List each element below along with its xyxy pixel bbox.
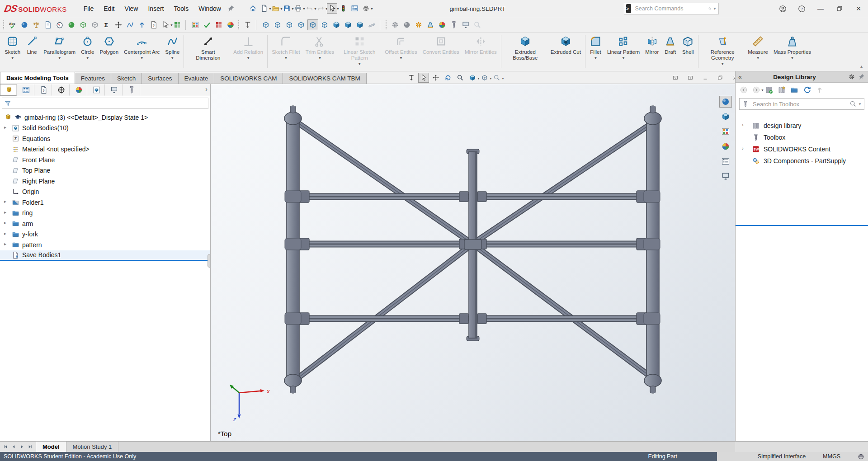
expand-arrow-icon[interactable]: ▸: [4, 210, 6, 215]
custom-properties-tab-icon[interactable]: [719, 155, 732, 167]
save-icon[interactable]: ▼: [282, 3, 292, 14]
toolbox-search-input[interactable]: [752, 100, 849, 108]
open-icon[interactable]: ▼: [270, 3, 281, 14]
pointer-verify-icon[interactable]: ▼: [160, 19, 171, 30]
dropdown-icon[interactable]: ▼: [721, 62, 724, 66]
polygon-button[interactable]: Polygon: [97, 33, 122, 71]
pin-panel-icon[interactable]: [858, 73, 865, 80]
dock-right-icon[interactable]: [686, 74, 695, 82]
cam-simulate-icon[interactable]: [460, 19, 471, 30]
convert-entities-button[interactable]: Convert Entities: [420, 33, 462, 71]
drill-manager-tab-icon[interactable]: [123, 84, 140, 96]
tab-solidworks-cam[interactable]: SOLIDWORKS CAM: [214, 73, 283, 84]
spline-button[interactable]: Spline▼: [162, 33, 182, 71]
minimize-button[interactable]: —: [811, 0, 830, 17]
view-right-icon[interactable]: [296, 19, 307, 30]
panel-resize-divider[interactable]: [736, 225, 868, 226]
restore-document-icon[interactable]: [716, 74, 725, 82]
tree-item-arm[interactable]: ▸ arm: [0, 218, 210, 229]
select-arrow-icon[interactable]: [418, 73, 429, 83]
cam-featuremanager-tab-icon[interactable]: [88, 84, 105, 96]
scroll-last-icon[interactable]: [26, 443, 34, 451]
draft-button[interactable]: Draft: [661, 33, 679, 71]
print-icon[interactable]: ▼: [293, 3, 303, 14]
gimbal-ring-model[interactable]: [211, 84, 735, 441]
account-button[interactable]: [773, 0, 792, 17]
display-style-icon[interactable]: ▼: [479, 73, 490, 83]
preview-sphere-icon[interactable]: [19, 19, 30, 30]
dropdown-icon[interactable]: ▼: [622, 56, 625, 60]
compare-squares-icon[interactable]: [213, 19, 224, 30]
filter-funnel-icon[interactable]: [4, 100, 11, 107]
display-pane-tab-icon[interactable]: [719, 170, 732, 182]
view-trimetric-icon[interactable]: [354, 19, 365, 30]
curvature-comb-icon[interactable]: [125, 19, 136, 30]
back-icon[interactable]: [738, 85, 749, 95]
design-table-icon[interactable]: [172, 19, 183, 30]
equations-sigma-icon[interactable]: [101, 19, 112, 30]
view-front-icon[interactable]: [260, 19, 271, 30]
performance-gauge-icon[interactable]: [54, 19, 65, 30]
cam-mill-setup-icon[interactable]: [390, 19, 401, 30]
options-icon[interactable]: ▼: [361, 3, 371, 14]
design-scales-icon[interactable]: [31, 19, 42, 30]
units-text[interactable]: MMGS: [823, 453, 840, 460]
verify-cube-icon[interactable]: [78, 19, 89, 30]
flyout-arrow-icon[interactable]: ›: [205, 85, 208, 93]
appearance-ball-icon[interactable]: [225, 19, 236, 30]
featuremanager-design-tree-tab-icon[interactable]: [0, 84, 17, 96]
parallelogram-button[interactable]: Parallelogram▼: [41, 33, 78, 71]
move-entities-icon[interactable]: [113, 19, 124, 30]
tree-item-right-plane[interactable]: Right Plane: [0, 176, 210, 187]
mass-properties-button[interactable]: Mass Properties▼: [771, 33, 814, 71]
view-back-icon[interactable]: [272, 19, 283, 30]
search-dropdown-icon[interactable]: ▼: [713, 7, 717, 11]
rebuild-traffic-light-icon[interactable]: [338, 3, 349, 14]
dropdown-icon[interactable]: ▼: [246, 56, 250, 60]
open-folder-icon[interactable]: [789, 85, 800, 95]
menu-view[interactable]: View: [119, 5, 143, 12]
restore-button[interactable]: [830, 0, 849, 17]
import-geometry-icon[interactable]: [137, 19, 147, 30]
search-icon[interactable]: [708, 5, 712, 12]
design-library-tab-icon[interactable]: [719, 111, 732, 122]
globe-status-icon[interactable]: [858, 453, 864, 460]
sustainability-globe-icon[interactable]: [66, 19, 77, 30]
measure-button[interactable]: Measure▼: [745, 33, 771, 71]
sketch-fillet-button[interactable]: Sketch Fillet▼: [269, 33, 303, 71]
scroll-next-icon[interactable]: [18, 443, 26, 451]
doc-question-icon[interactable]: [148, 19, 159, 30]
forward-icon[interactable]: ▼: [751, 85, 762, 95]
file-properties-icon[interactable]: [349, 3, 360, 14]
options-gear-icon[interactable]: [848, 73, 855, 80]
mirror-entities-button[interactable]: Mirror Entities: [462, 33, 500, 71]
dropdown-icon[interactable]: ▼: [594, 56, 597, 60]
circle-button[interactable]: Circle▼: [78, 33, 97, 71]
pin-menu-icon[interactable]: [227, 5, 235, 13]
reanchor-icon[interactable]: [242, 19, 253, 30]
dropdown-icon[interactable]: ▼: [318, 56, 322, 60]
move-up-icon[interactable]: [814, 85, 825, 95]
toolbox-search-box[interactable]: ▼: [739, 98, 864, 110]
appearances-tab-icon[interactable]: [719, 141, 732, 152]
fade-eye-icon[interactable]: [472, 19, 483, 30]
dropdown-icon[interactable]: ▼: [358, 62, 361, 66]
file-explorer-tab-icon[interactable]: [719, 126, 732, 137]
dropdown-icon[interactable]: ▼: [791, 56, 794, 60]
undo-icon[interactable]: ▼: [304, 3, 315, 14]
zoom-to-area-icon[interactable]: [455, 73, 466, 83]
view-isometric-icon[interactable]: [331, 19, 342, 30]
tree-item-folder1[interactable]: ▸ Folder1: [0, 197, 210, 208]
library-item-solidworks-content[interactable]: › SOLIDWORKS Content: [736, 143, 868, 155]
approve-check-icon[interactable]: [202, 19, 212, 30]
reference-geometry-button[interactable]: Reference Geometry▼: [700, 33, 745, 71]
add-relation-button[interactable]: Add Relation▼: [231, 33, 266, 71]
cam-post-bolt-icon[interactable]: [448, 19, 459, 30]
close-button[interactable]: ✕: [849, 0, 868, 17]
search-dropdown-icon[interactable]: ▼: [858, 102, 862, 106]
tab-basic-modeling-tools[interactable]: Basic Modeling Tools: [0, 72, 75, 84]
extruded-cut-button[interactable]: Extruded Cut: [548, 33, 584, 71]
expand-arrow-icon[interactable]: ▸: [4, 220, 6, 225]
expand-arrow-icon[interactable]: ▸: [4, 241, 6, 246]
menu-file[interactable]: File: [79, 5, 99, 12]
